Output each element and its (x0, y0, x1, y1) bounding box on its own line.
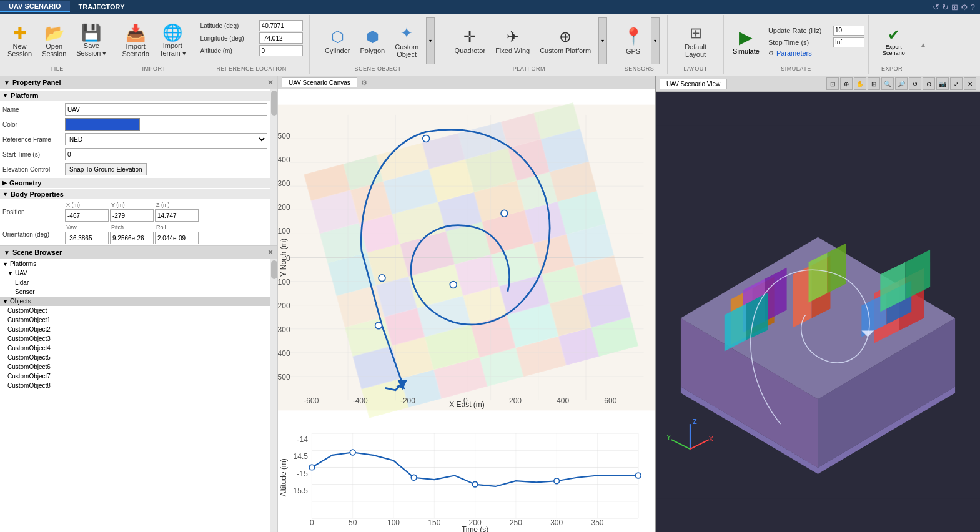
import-scenario-button[interactable]: 📥 Import Scenario (118, 23, 152, 59)
property-panel-close[interactable]: ✕ (267, 78, 274, 87)
sensor-tree-item[interactable]: Sensor (0, 287, 270, 297)
name-input[interactable] (65, 103, 267, 116)
custom-object-button[interactable]: ✦ CustomObject (391, 22, 422, 60)
objects-header[interactable]: ▼ Objects (0, 297, 270, 306)
lidar-tree-item[interactable]: Lidar (0, 278, 270, 287)
refloc-section-label: REFERENCE LOCATION (216, 64, 286, 72)
import-terrain-button[interactable]: 🌐 Import Terrain ▾ (156, 22, 190, 59)
scene-browser-scrollbar[interactable] (270, 259, 277, 532)
view-btn-zoom-box[interactable]: ⊞ (868, 77, 880, 90)
view-btn-fullscreen[interactable]: ⤢ (950, 77, 963, 90)
body-props-section-header[interactable]: ▼ Body Properties (0, 189, 270, 199)
position-y-input[interactable] (110, 209, 154, 222)
view-btn-pan[interactable]: ✋ (854, 77, 866, 90)
custom-object5-item[interactable]: CustomObject5 (0, 353, 270, 362)
custom-object-item[interactable]: CustomObject (0, 306, 270, 315)
svg-text:400: 400 (278, 155, 290, 164)
default-layout-button[interactable]: ⊞ Default Layout (681, 22, 710, 60)
scene-browser-close[interactable]: ✕ (267, 248, 274, 257)
export-scenario-button[interactable]: ✔ Export Scenario (878, 24, 910, 58)
custom-object8-item[interactable]: CustomObject8 (0, 381, 270, 390)
view-btn-reset[interactable]: ↺ (909, 77, 921, 90)
toolbar-collapse[interactable]: ▲ (919, 15, 928, 74)
uav-tree-item[interactable]: ▼ UAV (0, 268, 270, 278)
pitch-input[interactable] (110, 232, 154, 244)
canvas-tab-uav[interactable]: UAV Scenario Canvas (282, 77, 357, 87)
settings-icon[interactable]: ⚙ (961, 2, 968, 12)
property-panel: ▼ Property Panel ✕ ▼ Platform Name (0, 76, 277, 246)
platform-section-header[interactable]: ▼ Platform (0, 91, 270, 101)
fixed-wing-button[interactable]: ✈ Fixed Wing (492, 26, 533, 56)
custom-object2-item[interactable]: CustomObject2 (0, 325, 270, 334)
stop-time-input[interactable] (833, 37, 864, 47)
toolbar-file-section: ✚ New Session 📂 Open Session 💾 Save Sess… (0, 15, 114, 74)
scene-obj-dropdown[interactable]: ▾ (426, 17, 435, 64)
redo-icon[interactable]: ↻ (942, 2, 949, 12)
scene-browser-header[interactable]: ▼ Scene Browser ✕ (0, 246, 277, 259)
view-btn-zoom-in[interactable]: 🔍 (881, 77, 894, 90)
view-tab-3d[interactable]: UAV Scenario View (660, 79, 727, 89)
custom-platform-button[interactable]: ⊕ Custom Platform (536, 26, 595, 56)
open-session-label: Open Session (42, 42, 66, 57)
color-swatch[interactable] (65, 118, 140, 131)
platform-dropdown[interactable]: ▾ (598, 17, 607, 64)
view-btn-zoom-out[interactable]: 🔎 (895, 77, 908, 90)
simulate-params: Update Rate (Hz) Stop Time (s) ⚙ Paramet… (768, 26, 864, 57)
import-scenario-label: Import Scenario (122, 42, 149, 57)
canvas-close-btn[interactable]: ⚙ (361, 79, 367, 87)
update-rate-input[interactable] (833, 26, 864, 36)
view-btn-perspective[interactable]: ⊡ (826, 77, 839, 90)
help-icon[interactable]: ? (971, 2, 975, 12)
view-btn-close[interactable]: ✕ (964, 77, 976, 90)
roll-input[interactable] (155, 232, 199, 244)
ref-frame-label: Reference Frame (2, 136, 65, 143)
altitude-axis-label: Altitude (m) (279, 458, 288, 496)
custom-object3-item[interactable]: CustomObject3 (0, 334, 270, 343)
parameters-label[interactable]: Parameters (776, 49, 839, 57)
open-session-button[interactable]: 📂 Open Session (38, 23, 70, 59)
sensors-dropdown[interactable]: ▾ (651, 17, 660, 64)
custom-object6-item[interactable]: CustomObject6 (0, 362, 270, 372)
new-session-button[interactable]: ✚ New Session (4, 23, 36, 59)
view-btn-camera[interactable]: 📷 (936, 77, 949, 90)
geometry-section-header[interactable]: ▶ Geometry (0, 178, 270, 188)
tab-trajectory[interactable]: TRAJECTORY (70, 2, 134, 12)
altitude-input[interactable] (259, 45, 303, 56)
ref-frame-select[interactable]: NED ENU ECEF (65, 133, 267, 145)
start-time-input[interactable] (65, 148, 267, 160)
layout-icon[interactable]: ⊞ (951, 2, 958, 12)
yaw-input[interactable] (65, 232, 109, 244)
gps-button[interactable]: 📍 GPS (620, 25, 647, 57)
polygon-label: Polygon (360, 47, 385, 54)
custom-object7-item[interactable]: CustomObject7 (0, 372, 270, 381)
start-time-label: Start Time (s) (2, 151, 65, 158)
cylinder-button[interactable]: ⬡ Cylinder (321, 26, 354, 56)
elevation-ctrl-button[interactable]: Snap To Ground Elevation (65, 163, 147, 175)
simulate-button[interactable]: ▶ Simulate (728, 25, 765, 57)
view-3d-canvas[interactable]: Z Y X (656, 92, 980, 532)
longitude-input[interactable] (259, 32, 303, 44)
latitude-input[interactable] (259, 20, 303, 31)
custom-object4-item[interactable]: CustomObject4 (0, 343, 270, 353)
custom-object1-item[interactable]: CustomObject1 (0, 315, 270, 325)
property-panel-scrollbar[interactable] (270, 89, 277, 245)
tab-uav-scenario[interactable]: UAV SCENARIO (0, 1, 70, 12)
polygon-button[interactable]: ⬢ Polygon (356, 26, 389, 56)
quadrotor-button[interactable]: ✛ Quadrotor (451, 26, 490, 56)
ref-frame-row: Reference Frame NED ENU ECEF (0, 132, 270, 147)
platforms-header[interactable]: ▼ Platforms (0, 259, 270, 268)
yaw-header: Yaw (65, 224, 109, 230)
canvas-map[interactable]: -600 -400 -200 0 200 400 600 500 400 300… (278, 89, 655, 426)
view-btn-orbit[interactable]: ⊕ (840, 77, 853, 90)
default-layout-icon: ⊞ (690, 24, 702, 42)
sensors-section-label: SENSORS (625, 64, 655, 72)
position-z-input[interactable] (155, 209, 199, 222)
position-x-input[interactable] (65, 209, 109, 222)
svg-text:-400: -400 (353, 397, 368, 405)
view-btn-fit[interactable]: ⊙ (923, 77, 935, 90)
save-session-button[interactable]: 💾 Save Session ▾ (72, 22, 110, 59)
property-panel-header[interactable]: ▼ Property Panel ✕ (0, 76, 277, 89)
svg-text:-200: -200 (400, 397, 415, 405)
undo-icon[interactable]: ↺ (933, 2, 939, 12)
altitude-chart[interactable]: -14 14.5 -15 15.5 0 50 100 150 200 250 3… (278, 426, 655, 532)
